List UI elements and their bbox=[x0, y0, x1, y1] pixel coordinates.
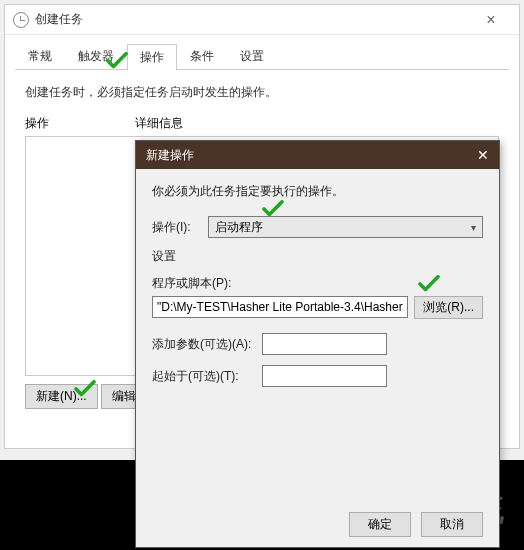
dialog-description: 你必须为此任务指定要执行的操作。 bbox=[152, 183, 483, 200]
action-row: 操作(I): 启动程序 ▾ bbox=[152, 216, 483, 238]
close-icon[interactable]: × bbox=[471, 11, 511, 29]
checkmark-icon bbox=[418, 275, 440, 293]
col-action: 操作 bbox=[25, 115, 135, 132]
tab-general[interactable]: 常规 bbox=[15, 43, 65, 69]
action-label: 操作(I): bbox=[152, 219, 208, 236]
dialog-body: 你必须为此任务指定要执行的操作。 操作(I): 启动程序 ▾ 设置 程序或脚本(… bbox=[136, 169, 499, 411]
ok-button[interactable]: 确定 bbox=[349, 512, 411, 537]
tab-settings[interactable]: 设置 bbox=[227, 43, 277, 69]
actions-list-header: 操作 详细信息 bbox=[25, 115, 499, 132]
chevron-down-icon: ▾ bbox=[471, 222, 476, 233]
tab-conditions[interactable]: 条件 bbox=[177, 43, 227, 69]
tab-strip: 常规 触发器 操作 条件 设置 bbox=[15, 43, 509, 70]
args-row: 添加参数(可选)(A): bbox=[152, 333, 483, 355]
main-title: 创建任务 bbox=[35, 11, 471, 28]
action-selected-value: 启动程序 bbox=[215, 219, 263, 236]
args-label: 添加参数(可选)(A): bbox=[152, 336, 262, 353]
program-row: 浏览(R)... bbox=[152, 296, 483, 319]
settings-group-label: 设置 bbox=[152, 248, 483, 265]
dialog-title: 新建操作 bbox=[146, 147, 459, 164]
program-input[interactable] bbox=[152, 296, 408, 318]
checkmark-icon bbox=[74, 380, 96, 398]
tab-actions[interactable]: 操作 bbox=[127, 44, 177, 70]
checkmark-icon bbox=[106, 52, 128, 70]
actions-description: 创建任务时，必须指定任务启动时发生的操作。 bbox=[25, 84, 499, 101]
browse-button[interactable]: 浏览(R)... bbox=[414, 296, 483, 319]
clock-icon bbox=[13, 12, 29, 28]
new-action-dialog: 新建操作 ✕ 你必须为此任务指定要执行的操作。 操作(I): 启动程序 ▾ 设置… bbox=[135, 140, 500, 548]
dialog-footer: 确定 取消 bbox=[349, 512, 483, 537]
close-icon[interactable]: ✕ bbox=[459, 147, 489, 163]
col-details: 详细信息 bbox=[135, 115, 499, 132]
startin-label: 起始于(可选)(T): bbox=[152, 368, 262, 385]
args-input[interactable] bbox=[262, 333, 387, 355]
startin-input[interactable] bbox=[262, 365, 387, 387]
cancel-button[interactable]: 取消 bbox=[421, 512, 483, 537]
dialog-titlebar: 新建操作 ✕ bbox=[136, 141, 499, 169]
action-select[interactable]: 启动程序 ▾ bbox=[208, 216, 483, 238]
startin-row: 起始于(可选)(T): bbox=[152, 365, 483, 387]
checkmark-icon bbox=[262, 200, 284, 218]
main-titlebar: 创建任务 × bbox=[5, 5, 519, 35]
